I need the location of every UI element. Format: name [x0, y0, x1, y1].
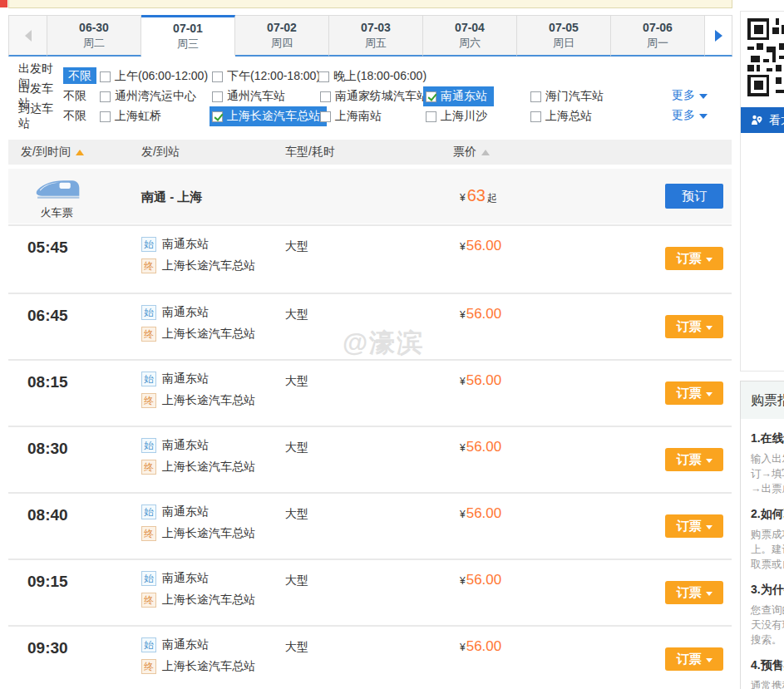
bus-row: 09:30 始南通东站 终上海长途汽车总站 大型 ¥56.00 订票: [8, 625, 732, 689]
guide-item: 4.预售期 通常携程汽车票预售期为10天 期以各车站实际预售期为准， 一日车票售…: [751, 658, 784, 689]
filter-station-shanghaizong[interactable]: 上海总站: [530, 109, 655, 124]
filter-station-nantongdong-selected[interactable]: 南通东站: [423, 86, 494, 106]
filter-time-afternoon[interactable]: 下午(12:00-18:00): [212, 69, 318, 84]
start-station: 南通东站: [162, 438, 209, 453]
filter-station-haimen[interactable]: 海门汽车站: [530, 89, 655, 104]
bus-type: 大型: [285, 507, 308, 522]
ticket-price: ¥56.00: [460, 372, 501, 389]
checkbox-icon[interactable]: [212, 91, 223, 102]
filter-station-tongzhou[interactable]: 通州汽车站: [212, 89, 320, 104]
checkbox-icon[interactable]: [426, 111, 436, 122]
filter-time-morning[interactable]: 上午(06:00-12:00): [100, 69, 212, 84]
bus-type-header: 车型/耗时: [285, 145, 453, 160]
book-ticket-button[interactable]: 订票: [665, 247, 723, 270]
results-table-header: 发/到时间 发/到站 车型/耗时 票价: [8, 140, 732, 165]
tab-date-0705[interactable]: 07-05 周日: [517, 15, 611, 57]
checkbox-icon[interactable]: [100, 91, 111, 102]
end-station-tag: 终: [141, 258, 156, 273]
end-station-tag: 终: [141, 659, 156, 674]
sort-by-price-header[interactable]: 票价: [453, 145, 490, 160]
end-station-tag: 终: [141, 526, 156, 541]
end-station-tag: 终: [141, 327, 156, 342]
end-station-tag: 终: [141, 593, 156, 608]
end-station: 上海长途汽车总站: [162, 659, 255, 674]
filter-station-jiafangcheng[interactable]: 南通家纺城汽车站: [320, 89, 426, 104]
book-ticket-button[interactable]: 订票: [665, 315, 723, 338]
tab-date-0702[interactable]: 07-02 周四: [235, 15, 329, 57]
train-ticket-block: 火车票: [31, 175, 82, 220]
tab-date-0704[interactable]: 07-04 周六: [423, 15, 517, 57]
depart-time: 08:30: [27, 440, 68, 458]
sort-icon: [481, 150, 490, 155]
checkbox-icon[interactable]: [100, 71, 111, 82]
tab-date-0701-active[interactable]: 07-01 周三: [141, 15, 235, 57]
depart-time: 09:30: [27, 639, 68, 657]
tab-date-0706[interactable]: 07-06 周一: [611, 15, 705, 57]
checkbox-icon[interactable]: [530, 91, 541, 102]
end-station: 上海长途汽车总站: [162, 393, 255, 408]
train-book-button[interactable]: 预订: [665, 184, 723, 209]
tab-date-0703[interactable]: 07-03 周五: [329, 15, 423, 57]
filter-any-depart[interactable]: 不限: [63, 89, 100, 104]
bus-type: 大型: [285, 239, 308, 254]
prev-date-button[interactable]: [8, 15, 47, 57]
start-station-tag: 始: [141, 372, 156, 386]
depart-time: 06:45: [27, 307, 68, 325]
depart-time: 08:40: [27, 506, 68, 524]
chevron-down-icon: [706, 459, 713, 463]
checkbox-icon[interactable]: [320, 111, 331, 122]
train-ticket-row: 火车票 南通 - 上海 ¥63起 预订: [8, 169, 732, 224]
date-tabbar: 06-30 周二 07-01 周三 07-02 周四 07-03 周五 07-0…: [8, 15, 732, 57]
chevron-down-icon: [699, 114, 708, 119]
chevron-down-icon: [706, 326, 713, 330]
book-ticket-button[interactable]: 订票: [665, 647, 723, 671]
end-station-tag: 终: [141, 393, 156, 408]
filter-station-tongzhouwan[interactable]: 通州湾汽运中心: [100, 89, 212, 104]
notice-icon: [0, 0, 7, 7]
filter-station-hongqiao[interactable]: 上海虹桥: [100, 109, 212, 124]
checkbox-icon[interactable]: [530, 111, 541, 122]
filter-label: 到达车站: [8, 101, 63, 131]
view-large-map-button[interactable]: 看大图: [741, 107, 784, 133]
next-date-button[interactable]: [705, 15, 732, 57]
filter-any-arrive[interactable]: 不限: [63, 109, 100, 124]
bus-row: 08:15 始南通东站 终上海长途汽车总站 大型 ¥56.00 订票: [8, 359, 732, 426]
end-station: 上海长途汽车总站: [162, 460, 255, 475]
stations-header: 发/到站: [141, 145, 285, 160]
book-ticket-button[interactable]: 订票: [665, 381, 723, 405]
bus-type: 大型: [285, 640, 308, 655]
filter-station-shanghai-changtu-selected[interactable]: 上海长途汽车总站: [210, 106, 327, 126]
checkbox-icon[interactable]: [212, 71, 223, 82]
book-ticket-button[interactable]: 订票: [665, 514, 723, 538]
ticket-price: ¥56.00: [460, 638, 501, 655]
book-ticket-button[interactable]: 订票: [665, 581, 723, 604]
checkbox-checked-icon[interactable]: [212, 111, 223, 122]
guide-item: 3.为什么查不到班次 您查询的班次可能已售完或当 天没有班次，请更换日期重新 搜…: [751, 583, 784, 647]
qr-code: [747, 18, 784, 96]
end-station: 上海长途汽车总站: [162, 526, 255, 541]
start-station-tag: 始: [141, 637, 156, 652]
depart-time: 05:45: [27, 239, 68, 257]
chevron-down-icon: [706, 658, 713, 662]
more-arrive-stations-link[interactable]: 更多: [672, 108, 708, 123]
sort-by-time-header[interactable]: 发/到时间: [8, 145, 141, 160]
filter-station-shanghainan[interactable]: 上海南站: [320, 109, 426, 124]
tab-date-0630[interactable]: 06-30 周二: [47, 15, 141, 57]
checkbox-icon[interactable]: [318, 71, 329, 82]
notice-bar: [8, 0, 732, 8]
more-depart-stations-link[interactable]: 更多: [672, 88, 708, 103]
chevron-down-icon: [699, 94, 708, 99]
end-station-tag: 终: [141, 460, 156, 475]
checkbox-icon[interactable]: [320, 91, 331, 102]
chevron-down-icon: [706, 258, 713, 262]
filter-any-time[interactable]: 不限: [63, 69, 100, 84]
end-station: 上海长途汽车总站: [162, 258, 255, 273]
checkbox-checked-icon[interactable]: [426, 91, 436, 102]
filter-row-arrive-station: 到达车站 不限 上海虹桥 上海长途汽车总站 上海南站 上海川沙: [8, 106, 732, 126]
checkbox-icon[interactable]: [100, 111, 111, 122]
filter-station-chuansha[interactable]: 上海川沙: [426, 109, 530, 124]
book-ticket-button[interactable]: 订票: [665, 448, 723, 471]
filter-time-evening[interactable]: 晚上(18:00-06:00): [318, 69, 443, 84]
chevron-down-icon: [706, 592, 713, 596]
filter-row-depart-time: 出发时间 不限 上午(06:00-12:00) 下午(12:00-18:00) …: [8, 66, 732, 86]
